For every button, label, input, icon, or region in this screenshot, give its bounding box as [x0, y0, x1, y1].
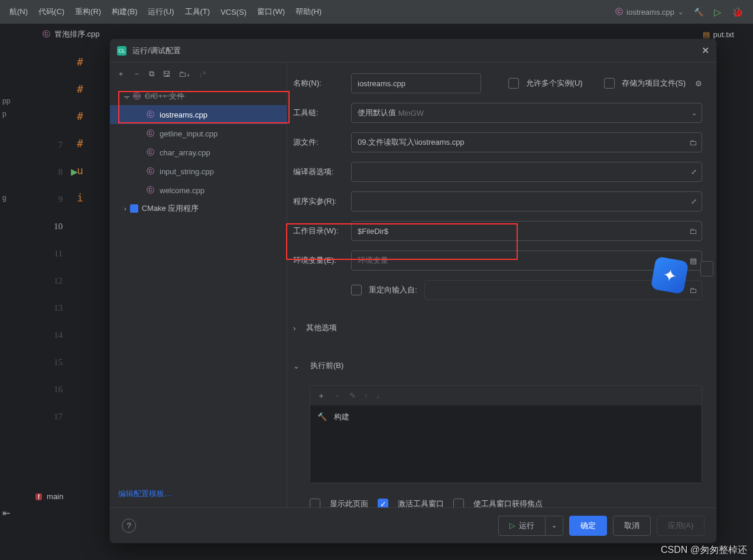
left-item[interactable]: pp: [0, 95, 18, 108]
run-label: 运行: [519, 520, 534, 531]
sort-icon[interactable]: ↓ᴬ: [199, 70, 206, 79]
chevron-right-icon[interactable]: ›: [293, 324, 296, 333]
item-label: welcome.cpp: [160, 186, 205, 195]
redirect-label: 重定向输入自:: [369, 285, 417, 295]
chevron-down-icon: ⌄: [551, 522, 557, 529]
breadcrumb-label[interactable]: main: [47, 492, 63, 501]
chevron-down-icon: ⌄: [692, 109, 697, 117]
line-11: 11: [43, 240, 63, 267]
before-launch-section[interactable]: 执行前(B): [310, 360, 343, 371]
folder-add-icon[interactable]: 🗀₊: [178, 70, 190, 79]
close-icon[interactable]: ✕: [702, 45, 709, 56]
menu-help[interactable]: 帮助(H): [291, 4, 326, 19]
ok-button[interactable]: 确定: [569, 516, 607, 536]
hammer-icon[interactable]: 🔨: [689, 5, 708, 19]
c-file-icon: ⓒ: [615, 6, 623, 17]
chevron-down-icon[interactable]: ⌄: [293, 362, 300, 370]
name-input[interactable]: iostreams.cpp: [351, 73, 481, 93]
copy-icon[interactable]: ⧉: [149, 69, 154, 79]
down-icon[interactable]: ↓: [376, 391, 381, 400]
before-content[interactable]: 🔨 构建: [310, 406, 702, 483]
chevron-down-icon: ⌄: [678, 8, 683, 16]
tree-group-cpp[interactable]: ⌄ ⓒ C/C++ 文件: [110, 87, 287, 105]
args-input[interactable]: ⤢: [351, 191, 702, 211]
left-item[interactable]: g: [0, 191, 18, 204]
floating-assistant-badge[interactable]: ✦: [653, 259, 691, 297]
folder-icon[interactable]: 🗀: [689, 138, 697, 147]
source-value: 09.文件读取写入\iostreams.cpp: [358, 137, 465, 148]
help-icon[interactable]: ?: [122, 519, 136, 533]
run-icon[interactable]: ▷: [709, 4, 726, 20]
line-15: 15: [43, 349, 63, 376]
item-label: iostreams.cpp: [160, 110, 207, 119]
add-icon[interactable]: ＋: [117, 69, 125, 79]
focus-tool-label: 使工具窗口获得焦点: [473, 499, 543, 507]
text-file-icon: ▤: [703, 30, 710, 39]
save-icon[interactable]: 🖫: [163, 70, 170, 79]
run-button[interactable]: ▷ 运行: [498, 516, 545, 536]
collapse-icon[interactable]: ⇤: [2, 507, 10, 519]
c-file-icon: ⓒ: [147, 128, 155, 139]
workdir-input[interactable]: $FileDir$ 🗀: [351, 221, 702, 241]
up-icon[interactable]: ↑: [364, 391, 368, 400]
tree-group-cmake[interactable]: › CMake 应用程序: [110, 200, 287, 217]
before-toolbar: ＋ － ✎ ↑ ↓: [310, 386, 702, 406]
tab-label: put.txt: [713, 30, 734, 39]
expand-icon[interactable]: ⤢: [691, 168, 697, 176]
menu-refactor[interactable]: 重构(R): [70, 4, 106, 19]
dialog-footer: ? ▷ 运行 ⌄ 确定 取消 应用(A): [110, 507, 716, 543]
line-7: 7: [43, 131, 63, 158]
remove-icon[interactable]: －: [133, 69, 141, 79]
edit-icon[interactable]: ✎: [349, 391, 356, 400]
store-project-checkbox[interactable]: [604, 78, 615, 89]
config-tree: ⌄ ⓒ C/C++ 文件 ⓒ iostreams.cpp ⓒ getline_i…: [110, 85, 287, 480]
group-label: CMake 应用程序: [142, 203, 199, 214]
remove-icon[interactable]: －: [333, 390, 341, 401]
env-input[interactable]: 环境变量 ▤: [351, 250, 702, 271]
run-config-selector[interactable]: ⓒ iostreams.cpp ⌄: [611, 4, 688, 19]
gear-icon[interactable]: ⚙: [695, 79, 702, 88]
toolchain-select[interactable]: 使用默认值 MinGW ⌄: [351, 103, 702, 123]
line-17: 17: [43, 403, 63, 430]
edit-templates-link[interactable]: 编辑配置模板…: [110, 480, 287, 507]
menu-build[interactable]: 构建(B): [107, 4, 142, 19]
editor-tab-0[interactable]: ⓒ 冒泡排序.cpp: [35, 25, 107, 43]
activate-tool-label: 激活工具窗口: [398, 499, 444, 507]
left-tool-column: pp p g: [0, 95, 18, 560]
gutter-run-icon[interactable]: ▶: [71, 158, 78, 185]
expand-icon[interactable]: ⤢: [691, 197, 697, 206]
focus-tool-checkbox[interactable]: [453, 499, 464, 507]
tree-item-welcome[interactable]: ⓒ welcome.cpp: [110, 181, 287, 200]
tree-item-inputstring[interactable]: ⓒ input_string.cpp: [110, 162, 287, 181]
run-dropdown-button[interactable]: ⌄: [545, 516, 563, 536]
left-item[interactable]: p: [0, 108, 18, 121]
allow-multi-checkbox[interactable]: [508, 78, 519, 89]
compiler-input[interactable]: ⤢: [351, 162, 702, 182]
source-input[interactable]: 09.文件读取写入\iostreams.cpp 🗀: [351, 132, 702, 152]
menu-run[interactable]: 运行(U): [143, 4, 178, 19]
before-launch-box: ＋ － ✎ ↑ ↓ 🔨 构建: [310, 385, 702, 483]
line-12: 12: [43, 267, 63, 294]
add-icon[interactable]: ＋: [317, 390, 325, 401]
folder-icon[interactable]: 🗀: [689, 227, 697, 236]
tree-item-getline[interactable]: ⓒ getline_input.cpp: [110, 124, 287, 143]
item-label: getline_input.cpp: [160, 129, 218, 138]
menu-vcs[interactable]: VCS(S): [216, 5, 251, 19]
tree-item-iostreams[interactable]: ⓒ iostreams.cpp: [110, 105, 287, 124]
store-project-label: 存储为项目文件(S): [622, 78, 686, 89]
activate-tool-checkbox[interactable]: ✓: [378, 499, 388, 507]
cancel-button[interactable]: 取消: [613, 516, 651, 536]
chevron-right-icon: ›: [124, 205, 126, 212]
debug-icon[interactable]: 🐞: [727, 4, 748, 20]
menu-nav[interactable]: 航(N): [5, 4, 33, 19]
run-debug-config-dialog: CL 运行/调试配置 ✕ ＋ － ⧉ 🖫 🗀₊ ↓ᴬ ⌄ ⓒ C/C++ 文件: [109, 38, 717, 543]
other-options-section[interactable]: 其他选项: [306, 323, 337, 333]
env-placeholder: 环境变量: [358, 255, 388, 266]
menu-code[interactable]: 代码(C): [34, 4, 69, 19]
menu-window[interactable]: 窗口(W): [252, 4, 290, 19]
menu-tools[interactable]: 工具(T): [180, 4, 215, 19]
apply-button[interactable]: 应用(A): [657, 516, 705, 536]
show-page-checkbox[interactable]: [310, 499, 320, 507]
redirect-checkbox[interactable]: [351, 285, 362, 295]
tree-item-chararray[interactable]: ⓒ char_array.cpp: [110, 143, 287, 162]
